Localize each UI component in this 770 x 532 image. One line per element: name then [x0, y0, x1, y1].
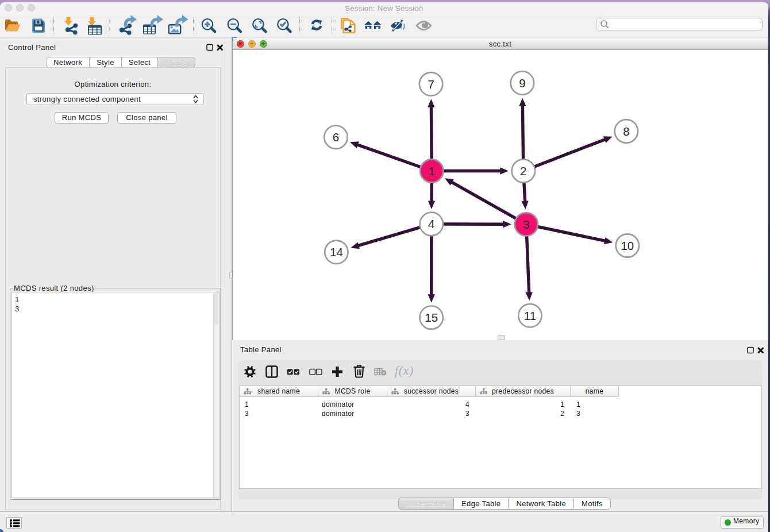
svg-text:7: 7: [428, 78, 434, 91]
svg-text:9: 9: [519, 76, 525, 90]
svg-text:10: 10: [621, 239, 634, 252]
svg-text:15: 15: [425, 311, 438, 324]
svg-text:11: 11: [524, 309, 536, 322]
svg-text:4: 4: [428, 217, 434, 230]
svg-text:6: 6: [333, 130, 339, 144]
svg-text:1: 1: [429, 164, 435, 178]
svg-text:2: 2: [520, 164, 526, 178]
svg-text:14: 14: [330, 245, 343, 259]
svg-text:3: 3: [523, 218, 529, 231]
svg-text:8: 8: [623, 125, 629, 138]
